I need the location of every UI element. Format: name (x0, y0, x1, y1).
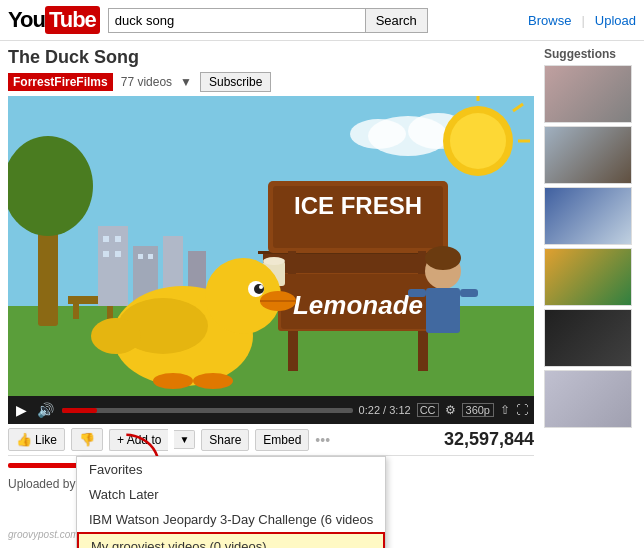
svg-rect-20 (115, 236, 121, 242)
svg-text:ICE FRESH: ICE FRESH (294, 192, 422, 219)
like-label: Like (35, 433, 57, 447)
view-count: 32,597,844 (444, 429, 534, 450)
svg-point-38 (263, 257, 285, 265)
header-links: Browse | Upload (528, 13, 636, 28)
search-button[interactable]: Search (365, 8, 428, 33)
video-scene: ICE FRESH Lemonade (8, 96, 534, 396)
play-button[interactable]: ▶ (14, 402, 29, 418)
main-content: The Duck Song ForrestFireFilms 77 videos… (0, 41, 644, 497)
share-icon[interactable]: ⇧ (500, 403, 510, 417)
suggestion-thumb-4[interactable] (544, 248, 632, 306)
svg-rect-27 (418, 331, 428, 371)
browse-link[interactable]: Browse (528, 13, 571, 28)
settings-icon[interactable]: ⚙ (445, 403, 456, 417)
add-to-label: + Add to (117, 433, 161, 447)
video-section: The Duck Song ForrestFireFilms 77 videos… (8, 47, 536, 491)
more-button[interactable]: ••• (315, 432, 330, 448)
search-input[interactable] (108, 8, 365, 33)
like-button[interactable]: 👍 Like (8, 428, 65, 451)
svg-point-53 (153, 373, 193, 389)
grooviest-videos-item[interactable]: My grooviest videos (0 videos) (77, 532, 385, 548)
fullscreen-icon[interactable]: ⛶ (516, 403, 528, 417)
thumbs-up-icon: 👍 (16, 432, 32, 447)
share-button[interactable]: Share (201, 429, 249, 451)
view-count-area: 32,597,844 (444, 429, 534, 450)
sidebar: Suggestions (536, 47, 636, 491)
watermark: groovypost.com (8, 529, 79, 540)
logo-you: You (8, 7, 45, 33)
svg-rect-24 (148, 254, 153, 259)
svg-rect-15 (98, 226, 128, 306)
svg-point-47 (254, 284, 264, 294)
thumbs-down-icon: 👎 (79, 432, 95, 447)
suggestion-thumb-5[interactable] (544, 309, 632, 367)
svg-point-5 (450, 113, 506, 169)
video-count: 77 videos (121, 75, 172, 89)
share-label: Share (209, 433, 241, 447)
svg-rect-21 (103, 251, 109, 257)
embed-label: Embed (263, 433, 301, 447)
search-bar: Search (108, 8, 428, 33)
svg-point-52 (91, 318, 141, 354)
suggestion-thumb-6[interactable] (544, 370, 632, 428)
header: YouTube Search Browse | Upload (0, 0, 644, 41)
channel-name[interactable]: ForrestFireFilms (8, 73, 113, 91)
add-to-button[interactable]: + Add to (109, 429, 168, 451)
svg-rect-26 (288, 331, 298, 371)
svg-rect-13 (73, 304, 79, 319)
logo-tube: Tube (45, 6, 100, 34)
svg-point-48 (259, 285, 263, 289)
progress-fill (62, 408, 97, 413)
suggestion-thumb-2[interactable] (544, 126, 632, 184)
svg-rect-41 (426, 288, 460, 333)
dislike-button[interactable]: 👎 (71, 428, 103, 451)
svg-rect-22 (115, 251, 121, 257)
channel-row: ForrestFireFilms 77 videos ▼ Subscribe (8, 72, 536, 92)
progress-bar[interactable] (62, 408, 353, 413)
upload-link[interactable]: Upload (595, 13, 636, 28)
add-to-dropdown-menu: Favorites Watch Later IBM Watson Jeopard… (76, 456, 386, 548)
svg-rect-23 (138, 254, 143, 259)
svg-rect-19 (103, 236, 109, 242)
action-bar: 👍 Like 👎 + Add to ▼ Share Embed ••• 32,5… (8, 424, 534, 456)
watch-later-item[interactable]: Watch Later (77, 482, 385, 507)
svg-rect-14 (107, 304, 113, 319)
svg-point-54 (193, 373, 233, 389)
suggestion-thumb-3[interactable] (544, 187, 632, 245)
video-title: The Duck Song (8, 47, 536, 68)
video-player[interactable]: ICE FRESH Lemonade (8, 96, 534, 396)
svg-point-40 (425, 246, 461, 270)
caption-icon[interactable]: CC (417, 403, 439, 417)
svg-rect-42 (408, 289, 426, 297)
add-to-dropdown-button[interactable]: ▼ (174, 430, 195, 449)
player-controls: ▶ 🔊 0:22 / 3:12 CC ⚙ 360p ⇧ ⛶ (8, 396, 534, 424)
quality-button[interactable]: 360p (462, 403, 494, 417)
subscribe-button[interactable]: Subscribe (200, 72, 271, 92)
svg-rect-43 (460, 289, 478, 297)
svg-point-3 (350, 119, 406, 149)
embed-button[interactable]: Embed (255, 429, 309, 451)
volume-button[interactable]: 🔊 (35, 402, 56, 418)
youtube-logo: YouTube (8, 6, 100, 34)
ibm-watson-item[interactable]: IBM Watson Jeopardy 3-Day Challenge (6 v… (77, 507, 385, 532)
favorites-item[interactable]: Favorites (77, 457, 385, 482)
suggestion-thumb-1[interactable] (544, 65, 632, 123)
sidebar-title: Suggestions (544, 47, 636, 61)
svg-text:Lemonade: Lemonade (293, 290, 423, 320)
time-display: 0:22 / 3:12 (359, 404, 411, 416)
